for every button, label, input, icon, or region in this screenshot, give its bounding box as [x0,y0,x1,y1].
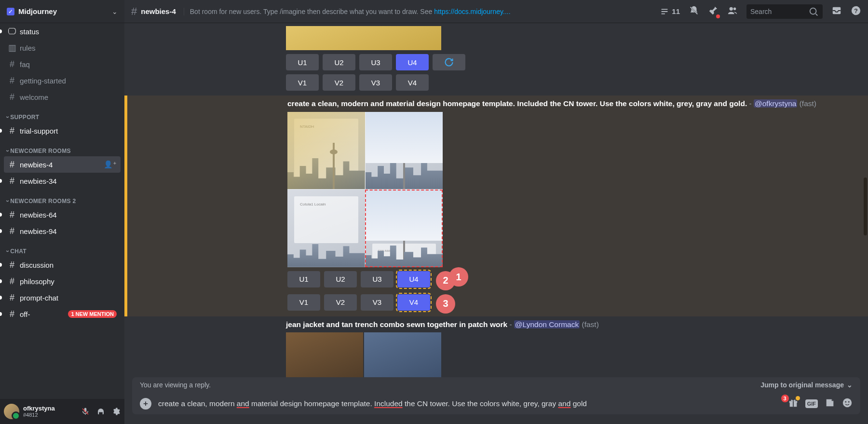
message-composer: + create a clean, modern and material de… [132,393,860,414]
hash-icon: # [8,59,16,69]
channel-sidebar: ✓ Midjourney ⌄ 🖵status ▥rules #faq #gett… [0,0,124,424]
channel-prompt-chat[interactable]: #prompt-chat [4,289,121,306]
u3-button[interactable]: U3 [361,271,393,287]
mute-icon[interactable] [81,407,90,416]
hash-icon: # [8,309,16,319]
reply-bar: You are viewing a reply. Jump to origina… [132,377,860,393]
v3-button[interactable]: V3 [361,294,393,311]
v1-button[interactable]: V1 [286,74,319,91]
annotation-3: 3 [436,294,455,314]
svg-rect-11 [793,401,794,407]
u2-button[interactable]: U2 [324,271,357,287]
channel-newbies-4[interactable]: #newbies-4👤⁺ [4,156,121,173]
generated-image-grid[interactable] [286,332,441,377]
channel-philosophy[interactable]: #philosophy [4,273,121,289]
message-mention: create a clean, modern and material desi… [124,96,868,316]
chevron-down-icon: ⌄ [847,381,853,389]
u3-button[interactable]: U3 [359,54,392,70]
channel-newbies-94[interactable]: #newbies-94 [4,223,121,239]
server-name: Midjourney [18,7,112,15]
docs-link[interactable]: https://docs.midjourney.... [434,8,510,15]
emoji-icon[interactable] [842,397,853,410]
channel-name: newbies-4 [141,7,176,15]
channel-discussion[interactable]: #discussion [4,257,121,273]
channel-off[interactable]: #off-1 NEW MENTION [4,306,121,322]
u1-button[interactable]: U1 [286,54,319,70]
inbox-icon[interactable] [831,5,842,17]
v4-button[interactable]: V4 [396,74,429,91]
channel-faq[interactable]: #faq [4,56,121,72]
v2-button[interactable]: V2 [323,74,355,91]
u1-button[interactable]: U1 [287,271,320,287]
reply-text: You are viewing a reply. [140,381,211,389]
svg-point-14 [848,401,850,403]
svg-point-4 [733,8,736,10]
hash-icon: # [8,126,16,136]
pinned-messages-icon[interactable] [708,5,719,17]
svg-point-13 [845,401,846,403]
hash-icon: # [8,293,16,303]
message-input[interactable]: create a clean, modern and material desi… [158,399,781,408]
channel-getting-started[interactable]: #getting-started [4,72,121,89]
headphones-icon[interactable] [96,407,105,416]
category-support[interactable]: SUPPORT [4,105,121,123]
chevron-down-icon: ⌄ [112,8,118,15]
u2-button[interactable]: U2 [323,54,355,70]
mention-user[interactable]: @ofkrystyna [754,99,797,108]
gear-icon[interactable] [112,407,121,416]
category-chat[interactable]: CHAT [4,239,121,257]
message-scroller[interactable]: U1 U2 U3 U4 V1 V2 V3 V4 [124,23,868,377]
hash-icon: # [8,260,16,270]
add-user-icon[interactable]: 👤⁺ [104,160,117,169]
hash-icon: # [8,226,16,236]
gift-icon[interactable]: 3 [788,397,799,410]
u4-button[interactable]: U4 [396,54,429,70]
mention-badge: 1 NEW MENTION [68,310,117,318]
threads-button[interactable]: 11 [659,6,680,17]
jump-to-original[interactable]: Jump to original message ⌄ [760,381,853,389]
category-newcomer-rooms[interactable]: NEWCOMER ROOMS [4,139,121,156]
hash-icon: # [8,92,16,102]
v4-button[interactable]: V4 [397,294,430,311]
reroll-button[interactable] [433,54,465,70]
message: jean jacket and tan trench combo sewn to… [124,316,868,377]
sticker-icon[interactable] [825,397,835,410]
v3-button[interactable]: V3 [359,74,392,91]
channel-rules[interactable]: ▥rules [4,40,121,56]
hash-icon: # [8,210,16,220]
members-icon[interactable] [727,5,738,17]
generated-image[interactable] [286,26,441,50]
channel-list: 🖵status ▥rules #faq #getting-started #we… [0,23,124,399]
hash-icon: # [8,276,16,287]
channel-status[interactable]: 🖵status [4,23,121,40]
add-attachment-button[interactable]: + [140,398,151,410]
channel-welcome[interactable]: #welcome [4,89,121,105]
avatar[interactable] [4,404,19,419]
user-panel: ofkrystyna #4812 [0,399,124,424]
user-meta[interactable]: ofkrystyna #4812 [23,405,77,418]
category-newcomer-rooms-2[interactable]: NEWCOMER ROOMS 2 [4,189,121,206]
message-prompt: create a clean, modern and material desi… [287,98,860,109]
hash-icon: # [8,160,16,170]
channel-trial-support[interactable]: #trial-support [4,123,121,139]
gif-button[interactable]: GIF [805,399,818,408]
channel-newbies-64[interactable]: #newbies-64 [4,206,121,223]
channel-topic[interactable]: Bot room for new users. Type /imagine th… [184,8,656,15]
mention-user[interactable]: @Lyndon Cormack [514,320,580,328]
svg-point-5 [810,8,816,14]
username: ofkrystyna [23,405,77,412]
v1-button[interactable]: V1 [287,294,320,311]
u4-button[interactable]: U4 [397,271,430,287]
annotation-2: 2 [436,271,455,290]
notifications-muted-icon[interactable] [689,5,699,17]
svg-point-3 [730,7,733,11]
channel-newbies-34[interactable]: #newbies-34 [4,173,121,189]
generated-image-grid[interactable]: NTAIDH Cotola1 Localn CAN AIHOND [287,112,443,267]
help-icon[interactable]: ? [851,5,861,17]
v2-button[interactable]: V2 [324,294,357,311]
message: U1 U2 U3 U4 V1 V2 V3 V4 [124,23,868,96]
search-input[interactable]: Search [746,4,823,19]
hash-icon: # [131,5,137,18]
user-tag: #4812 [23,412,77,418]
server-header[interactable]: ✓ Midjourney ⌄ [0,0,124,23]
